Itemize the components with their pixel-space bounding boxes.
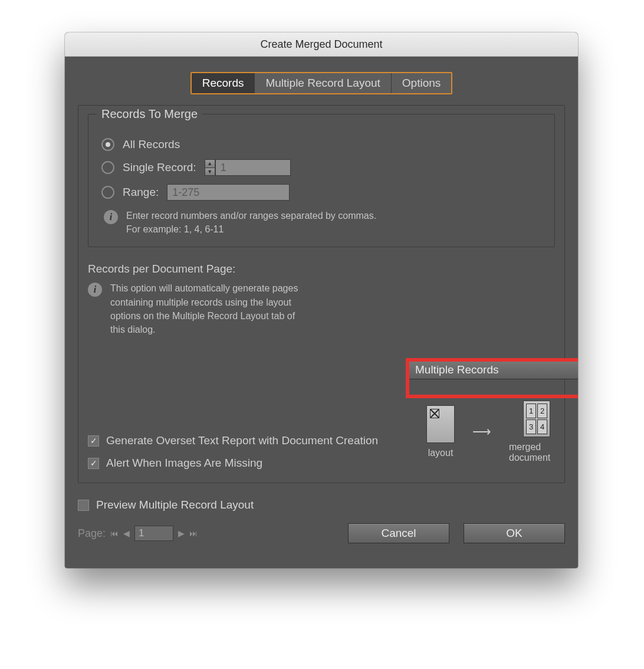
radio-all-records-label: All Records <box>123 138 180 151</box>
tab-records-label: Records <box>202 77 244 89</box>
radio-single-record-label: Single Record: <box>123 161 196 174</box>
layout-preview: layout ⟶ 1 2 3 4 merged document <box>426 401 564 463</box>
records-per-page-label: Records per Document Page: <box>88 263 555 276</box>
checkbox-preview-label: Preview Multiple Record Layout <box>96 499 254 511</box>
records-per-page-value: Multiple Records <box>415 363 499 376</box>
arrow-right-icon: ⟶ <box>472 424 491 440</box>
radio-range-label: Range: <box>123 186 159 199</box>
records-per-page-hint: This option will automatically generate … <box>110 281 311 336</box>
tab-strip: Records Multiple Record Layout Options <box>190 72 453 94</box>
records-panel: Records To Merge All Records Single Reco… <box>78 105 565 483</box>
layout-caption: layout <box>428 448 454 458</box>
checkbox-missing-label: Alert When Images Are Missing <box>106 457 262 470</box>
page-label: Page: <box>78 527 106 540</box>
dialog-window: Create Merged Document Records Multiple … <box>65 32 578 568</box>
range-value: 1-275 <box>172 186 199 199</box>
page-navigator: Page: ⏮ ◀ 1 ▶ ⏭ <box>78 526 198 541</box>
records-to-merge-legend: Records To Merge <box>97 107 202 121</box>
single-record-input[interactable]: 1 <box>215 159 291 176</box>
next-page-icon[interactable]: ▶ <box>178 529 185 538</box>
info-icon: i <box>104 210 118 224</box>
window-title: Create Merged Document <box>260 38 382 51</box>
records-per-page-dropdown[interactable]: Multiple Records ▼ <box>409 360 578 379</box>
cancel-button[interactable]: Cancel <box>348 523 449 543</box>
merged-caption: merged document <box>509 442 564 463</box>
radio-all-records[interactable] <box>101 138 114 151</box>
tab-multiple-layout-label: Multiple Record Layout <box>265 77 380 89</box>
ok-button-label: OK <box>506 527 522 540</box>
checkbox-overset-report[interactable] <box>88 435 99 447</box>
layout-thumb-icon <box>426 405 455 443</box>
stepper-up-icon[interactable]: ▲ <box>205 159 215 168</box>
single-record-stepper[interactable]: ▲ ▼ 1 <box>205 159 291 176</box>
page-number-value: 1 <box>139 527 144 539</box>
merged-thumb-icon: 1 2 3 4 <box>523 401 550 437</box>
last-page-icon[interactable]: ⏭ <box>189 529 198 538</box>
tab-options-label: Options <box>402 77 441 89</box>
radio-range[interactable] <box>101 186 114 199</box>
radio-single-record[interactable] <box>101 161 114 174</box>
single-record-value: 1 <box>221 162 226 174</box>
checkbox-overset-label: Generate Overset Text Report with Docume… <box>106 434 378 447</box>
info-icon: i <box>88 283 102 297</box>
merged-cell: 2 <box>537 404 547 418</box>
checkbox-preview-layout[interactable] <box>78 500 89 511</box>
stepper-down-icon[interactable]: ▼ <box>205 168 215 176</box>
range-input[interactable]: 1-275 <box>167 184 290 201</box>
cancel-button-label: Cancel <box>381 527 416 540</box>
merged-cell: 3 <box>526 419 536 434</box>
ok-button[interactable]: OK <box>464 523 565 543</box>
prev-page-icon[interactable]: ◀ <box>123 529 130 538</box>
tab-records[interactable]: Records <box>192 73 255 93</box>
window-titlebar: Create Merged Document <box>65 32 578 57</box>
tab-multiple-record-layout[interactable]: Multiple Record Layout <box>254 73 390 93</box>
checkbox-alert-missing-images[interactable] <box>88 458 99 469</box>
page-number-input[interactable]: 1 <box>134 526 173 541</box>
merged-cell: 1 <box>526 404 536 418</box>
tab-options[interactable]: Options <box>391 73 451 93</box>
records-to-merge-group: Records To Merge All Records Single Reco… <box>88 114 555 247</box>
records-hint-text: Enter record numbers and/or ranges separ… <box>126 209 386 236</box>
first-page-icon[interactable]: ⏮ <box>110 529 119 538</box>
merged-cell: 4 <box>537 419 547 434</box>
